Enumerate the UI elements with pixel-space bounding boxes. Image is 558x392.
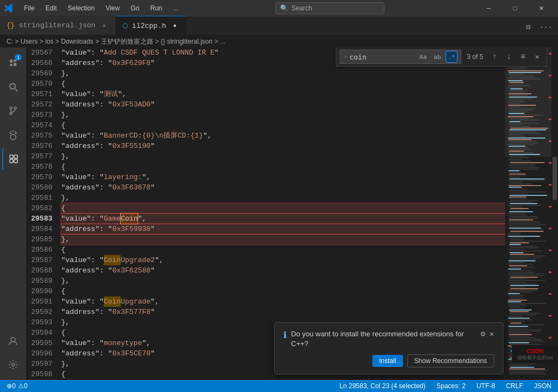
activity-settings[interactable] [2,354,24,376]
csdn-text: CSDN [526,348,543,354]
notification-info-icon: ℹ [283,330,287,341]
notification-top: ℹ Do you want to install the recommended… [283,329,494,349]
svg-rect-12 [10,159,13,163]
svg-point-8 [10,112,12,115]
find-select-all-button[interactable]: ≡ [517,51,529,63]
status-spaces[interactable]: Spaces: 2 [434,380,467,392]
main-layout: 1 › Aa ab [0,47,558,380]
activity-bottom [2,330,24,380]
find-match-case-button[interactable]: Aa [417,51,429,63]
find-whole-word-button[interactable]: ab [431,51,443,63]
activity-explorer[interactable]: 1 [2,52,24,74]
more-actions-button[interactable]: ··· [538,20,554,35]
title-bar: File Edit Selection View Go Run ... 🔍 Se… [0,0,558,16]
warning-count: 0 [24,382,28,390]
find-widget: › Aa ab .* 3 of 5 ↑ ↓ ≡ ✕ [336,47,547,67]
find-prev-button[interactable]: ↑ [489,51,501,63]
window-close-button[interactable]: ✕ [529,0,554,16]
tab-stringliteral-close[interactable]: ✕ [100,21,109,30]
title-bar-right: ─ □ ✕ [476,0,554,16]
tab-json-icon: {} [7,22,14,29]
error-count: 0 [12,382,16,390]
menu-edit[interactable]: Edit [41,3,61,13]
tab-il2cpp-close[interactable]: ● [170,21,179,30]
breadcrumb-text: C: > Users > ios > Downloads > 王铲铲的致富之路 … [7,37,225,46]
tab-stringliteral-label: stringliteral.json [19,21,95,29]
minimap [505,47,551,380]
activity-debug[interactable] [2,124,24,146]
menu-run[interactable]: Run [146,3,167,13]
svg-point-14 [11,337,15,342]
tab-bar-actions: ⊟ ··· [521,20,558,35]
menu-selection[interactable]: Selection [63,3,99,13]
find-input-wrap: › Aa ab .* [340,50,461,64]
minimap-content [505,47,551,380]
scrollbar-thumb[interactable] [553,157,557,200]
activity-account[interactable] [2,330,24,352]
tab-il2cpp-label: il2cpp.h [132,22,166,30]
svg-rect-10 [10,155,13,158]
svg-rect-11 [14,155,17,158]
notification-close-button[interactable]: ✕ [490,329,494,338]
global-search-bar[interactable]: 🔍 Search [275,2,384,14]
search-bar-placeholder: Search [292,4,312,12]
svg-point-4 [10,84,15,89]
find-match-count: 3 of 5 [464,53,486,61]
vertical-scrollbar[interactable] [551,47,558,380]
tab-stringliteral[interactable]: {} stringliteral.json ✕ [0,16,116,35]
find-chevron-icon: › [343,54,347,60]
status-line-ending[interactable]: CRLF [504,380,525,392]
status-bar-right: Ln 29583, Col 23 (4 selected) Spaces: 2 … [337,380,554,392]
activity-extensions[interactable] [2,148,24,170]
svg-point-15 [12,364,15,366]
status-bar: ⊗ 0 ⚠ 0 Ln 29583, Col 23 (4 selected) Sp… [0,380,558,392]
error-icon: ⊗ [7,382,12,390]
notification-panel: ℹ Do you want to install the recommended… [274,322,503,375]
svg-rect-2 [10,64,13,66]
status-encoding[interactable]: UTF-8 [474,380,497,392]
install-button[interactable]: Install [372,355,402,367]
warning-icon: ⚠ [18,382,24,390]
tab-il2cpp[interactable]: ⬡ il2cpp.h ● [116,16,186,35]
line-numbers: 2956729568295692957029571295722957329574… [26,47,59,380]
tab-bar: {} stringliteral.json ✕ ⬡ il2cpp.h ● ⊟ ·… [0,16,558,35]
menu-bar: File Edit Selection View Go Run ... [20,3,183,13]
csdn-watermark: CSDN @啥都不会的ios [512,346,558,364]
title-bar-center: 🔍 Search [183,2,476,14]
find-input[interactable] [349,53,415,61]
find-next-button[interactable]: ↓ [503,51,515,63]
split-editor-button[interactable]: ⊟ [521,20,536,35]
activity-source-control[interactable] [2,100,24,122]
show-recommendations-button[interactable]: Show Recommendations [407,354,494,367]
menu-file[interactable]: File [20,3,39,13]
menu-view[interactable]: View [101,3,124,13]
title-bar-left: File Edit Selection View Go Run ... [4,3,183,13]
tab-h-icon: ⬡ [122,22,128,30]
status-language[interactable]: JSON [532,380,554,392]
window-maximize-button[interactable]: □ [502,0,527,16]
svg-line-5 [15,89,17,91]
svg-rect-3 [14,63,16,66]
status-position[interactable]: Ln 29583, Col 23 (4 selected) [337,380,428,392]
csdn-author: @啥都不会的ios [517,354,553,361]
svg-rect-0 [10,60,13,63]
menu-go[interactable]: Go [126,3,144,13]
notification-settings-icon[interactable]: ⚙ [480,329,485,338]
menu-more[interactable]: ... [169,3,183,13]
find-close-button[interactable]: ✕ [531,51,543,63]
find-regex-button[interactable]: .* [446,51,458,63]
svg-point-6 [10,107,12,109]
svg-point-7 [14,107,16,109]
editor-area: › Aa ab .* 3 of 5 ↑ ↓ ≡ ✕ 29567295682956… [26,47,558,380]
svg-rect-13 [14,159,17,163]
activity-explorer-badge: 1 [15,54,22,61]
svg-point-9 [10,134,16,140]
breadcrumb: C: > Users > ios > Downloads > 王铲铲的致富之路 … [0,35,558,47]
window-minimize-button[interactable]: ─ [476,0,501,16]
vscode-logo-icon [4,4,13,13]
status-errors[interactable]: ⊗ 0 ⚠ 0 [4,380,29,392]
notification-message: Do you want to install the recommended e… [291,329,476,349]
activity-search[interactable] [2,76,24,98]
status-bar-left: ⊗ 0 ⚠ 0 [4,380,29,392]
activity-bar: 1 [0,47,26,380]
